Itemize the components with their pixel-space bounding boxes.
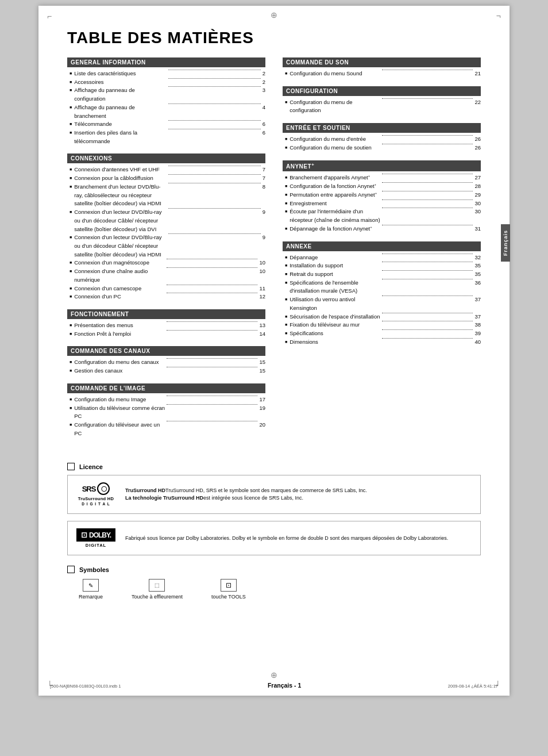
toc-item: Fonction Prêt à l'emploi14 <box>70 330 265 339</box>
section-header-annexe: ANNEXE <box>283 241 481 251</box>
section-header-connexions: CONNEXIONS <box>67 153 265 163</box>
section-header-son: COMMANDE DU SON <box>283 57 481 67</box>
symbols-title: Symboles <box>79 566 109 573</box>
toc-item: Dépannage32 <box>285 254 481 262</box>
section-items-son: Configuration du menu Sound21 <box>283 70 481 78</box>
section-header-image: COMMANDE DE L'IMAGE <box>67 383 265 393</box>
symbols-section: Symboles ✎ Remarque ⬚ Touche à effleurem… <box>67 566 481 600</box>
toc-item: Connexion d'un PC12 <box>70 293 265 301</box>
section-items-anynet: Branchement d'appareils Anynet+27 Config… <box>283 174 481 233</box>
section-items-canaux: Configuration du menu des canaux15 Gesti… <box>67 358 265 375</box>
toc-item: Connexion d'antennes VHF et UHF7 <box>70 166 265 174</box>
srs-tech-label: La technologie TruSurround HD <box>125 495 203 501</box>
page-title: TABLE DES MATIÈRES <box>67 29 481 47</box>
section-entree-soutien: ENTRÉE ET SOUTIEN Configuration du menu … <box>283 123 481 152</box>
section-items-annexe: Dépannage32 Installation du support35 Re… <box>283 254 481 347</box>
section-header-canaux: COMMANDE DES CANAUX <box>67 346 265 356</box>
tools-label: touche TOOLS <box>211 594 246 600</box>
toc-item: Liste des caractéristiques2 <box>70 70 265 78</box>
toc-grid: GENERAL INFORMATION Liste des caractéris… <box>67 57 481 446</box>
section-connexions: CONNEXIONS Connexion d'antennes VHF et U… <box>67 153 265 301</box>
corner-mark-tl: ⌐ <box>47 11 52 21</box>
dolby-license-text: Fabriqué sous licence par Dolby Laborato… <box>125 535 448 543</box>
toc-item: Télécommande6 <box>70 120 265 129</box>
dolby-license-box: ⊡ DOLBY. DIGITAL Fabriqué sous licence p… <box>67 521 481 555</box>
toc-item: Configuration du menu de configuration22 <box>285 98 481 115</box>
srs-brand: TruSurround HD <box>125 488 165 493</box>
footer-page-number: Français - 1 <box>268 682 301 689</box>
sidebar-language-label: Français <box>501 224 510 262</box>
tools-icon: ⊡ <box>221 579 237 592</box>
effleurement-label: Touche à effleurement <box>132 594 183 600</box>
toc-item: Branchement d'un lecteur DVD/Blu-ray, câ… <box>70 183 265 208</box>
remarque-label: Remarque <box>79 594 103 600</box>
symbol-tools: ⊡ touche TOOLS <box>211 579 246 600</box>
toc-item: Configuration de la fonction Anynet+28 <box>285 182 481 191</box>
srs-license-text1: TruSurround HDTruSurround HD, SRS et le … <box>125 487 367 495</box>
toc-item: Connexion pour la câblodiffusion7 <box>70 174 265 183</box>
toc-item: Retrait du support35 <box>285 270 481 279</box>
toc-item: Configuration du téléviseur avec un PC20 <box>70 421 265 438</box>
license-section: Licence SRS ◯ TruSurround HDD I G I T A … <box>67 463 481 555</box>
corner-mark-tr: ¬ <box>496 11 501 21</box>
toc-item: Branchement d'appareils Anynet+27 <box>285 174 481 182</box>
section-header-general: GENERAL INFORMATION <box>67 57 265 67</box>
page-footer: [500-NA]BN68-01883Q-00L03.indb 1 Françai… <box>38 682 510 689</box>
toc-item: Connexion d'un magnétoscope10 <box>70 259 265 267</box>
srs-license-box: SRS ◯ TruSurround HDD I G I T A L TruSur… <box>67 475 481 514</box>
toc-left-column: GENERAL INFORMATION Liste des caractéris… <box>67 57 265 446</box>
srs-sub-text: TruSurround HDD I G I T A L <box>78 496 114 506</box>
section-configuration: CONFIGURATION Configuration du menu de c… <box>283 86 481 115</box>
symbols-row: ✎ Remarque ⬚ Touche à effleurement ⊡ tou… <box>79 579 481 600</box>
toc-item: Affichage du panneau de configuration3 <box>70 86 265 103</box>
footer-left-text: [500-NA]BN68-01883Q-00L03.indb 1 <box>50 684 121 689</box>
dolby-sub-text: DIGITAL <box>86 543 106 548</box>
toc-item: Affichage du panneau de branchement4 <box>70 103 265 120</box>
section-items-configuration: Configuration du menu de configuration22 <box>283 98 481 115</box>
license-checkbox-icon <box>67 463 75 470</box>
section-commande-canaux: COMMANDE DES CANAUX Configuration du men… <box>67 346 265 375</box>
center-mark-top: ⊕ <box>271 10 277 20</box>
toc-item: Accessoires2 <box>70 78 265 87</box>
section-header-configuration: CONFIGURATION <box>283 86 481 96</box>
toc-item: Utilisation du verrou antivol Kensington… <box>285 296 481 312</box>
toc-item: Présentation des menus13 <box>70 321 265 330</box>
toc-item: Écoute par l'intermédiaire d'un récepteu… <box>285 208 481 224</box>
section-fonctionnement: FONCTIONNEMENT Présentation des menus13 … <box>67 309 265 338</box>
dolby-text: DOLBY. <box>89 531 111 539</box>
symbols-label: Symboles <box>67 566 481 573</box>
toc-item: Connexion d'un camescope11 <box>70 285 265 293</box>
srs-license-text-block: TruSurround HDTruSurround HD, SRS et le … <box>125 487 367 502</box>
section-header-entree: ENTRÉE ET SOUTIEN <box>283 123 481 133</box>
srs-license-text2: La technologie TruSurround HDest intégré… <box>125 494 367 502</box>
symbols-checkbox-icon <box>67 566 75 573</box>
page-content: ⌐ ¬ └ ┘ ⊕ ⊕ Français TABLE DES MATIÈRES … <box>38 6 510 696</box>
toc-item: Connexion d'une chaîne audio numérique10 <box>70 267 265 284</box>
toc-item: Configuration du menu des canaux15 <box>70 358 265 367</box>
center-mark-bottom: ⊕ <box>271 670 277 680</box>
dolby-dd-icon: ⊡ <box>81 531 87 539</box>
toc-item: Utilisation du téléviseur comme écran PC… <box>70 404 265 421</box>
toc-item: Dimensions40 <box>285 338 481 347</box>
section-commande-son: COMMANDE DU SON Configuration du menu So… <box>283 57 481 78</box>
dolby-logo-rect: ⊡ DOLBY. <box>76 528 115 542</box>
section-header-anynet: ANYNET+ <box>283 160 481 171</box>
section-annexe: ANNEXE Dépannage32 Installation du suppo… <box>283 241 481 347</box>
toc-item: Fixation du téléviseur au mur38 <box>285 321 481 329</box>
toc-item: Permutation entre appareils Anynet+29 <box>285 191 481 199</box>
license-label: Licence <box>67 463 481 470</box>
section-anynet: ANYNET+ Branchement d'appareils Anynet+2… <box>283 160 481 233</box>
symbol-touche-effleurement: ⬚ Touche à effleurement <box>132 579 183 600</box>
section-items-general: Liste des caractéristiques2 Accessoires2… <box>67 70 265 145</box>
section-general-information: GENERAL INFORMATION Liste des caractéris… <box>67 57 265 145</box>
section-items-connexions: Connexion d'antennes VHF et UHF7 Connexi… <box>67 166 265 301</box>
section-items-fonctionnement: Présentation des menus13 Fonction Prêt à… <box>67 321 265 338</box>
toc-item: Configuration du menu d'entrée26 <box>285 135 481 144</box>
srs-text: SRS <box>82 485 96 493</box>
toc-item: Installation du support35 <box>285 262 481 270</box>
section-header-fonctionnement: FONCTIONNEMENT <box>67 309 265 319</box>
toc-right-column: COMMANDE DU SON Configuration du menu So… <box>283 57 481 446</box>
dolby-logo: ⊡ DOLBY. DIGITAL <box>76 528 116 548</box>
section-items-image: Configuration du menu Image17 Utilisatio… <box>67 396 265 438</box>
toc-item: Spécifications39 <box>285 329 481 338</box>
